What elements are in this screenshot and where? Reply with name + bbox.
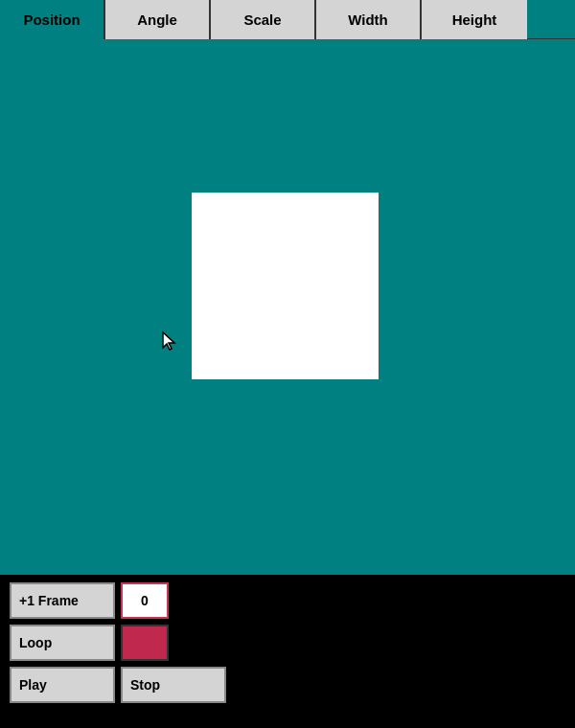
tab-angle[interactable]: Angle [105, 0, 211, 39]
stop-button[interactable]: Stop [121, 667, 226, 703]
frame-row: +1 Frame [10, 582, 565, 619]
playback-row: Play Stop [10, 667, 565, 703]
play-button[interactable]: Play [10, 667, 115, 703]
loop-button[interactable]: Loop [10, 625, 115, 661]
tab-width[interactable]: Width [316, 0, 422, 39]
tab-height[interactable]: Height [422, 0, 527, 39]
header-tabs: Position Angle Scale Width Height [0, 0, 575, 39]
loop-color-swatch[interactable] [121, 625, 169, 661]
loop-row: Loop [10, 625, 565, 661]
canvas-area [0, 39, 575, 575]
controls-panel: +1 Frame Loop Play Stop [0, 575, 575, 728]
tab-position[interactable]: Position [0, 0, 105, 39]
canvas-object[interactable] [192, 193, 379, 379]
frame-input[interactable] [121, 582, 169, 619]
tab-scale[interactable]: Scale [211, 0, 316, 39]
svg-marker-0 [163, 332, 174, 350]
frame-button[interactable]: +1 Frame [10, 582, 115, 619]
